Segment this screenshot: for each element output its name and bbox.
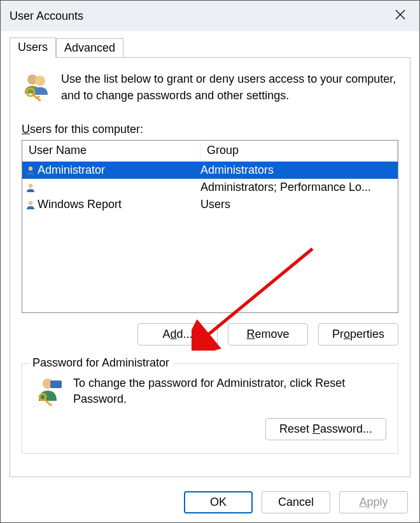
user-icon [25, 165, 36, 176]
users-listview[interactable]: User Name Group Administrator Administra… [22, 140, 398, 313]
user-icon [25, 199, 36, 211]
apply-button[interactable]: Apply [339, 491, 408, 513]
column-header-group[interactable]: Group [200, 141, 398, 161]
list-row[interactable]: Administrators; Performance Lo... [22, 179, 398, 196]
listview-header: User Name Group [22, 141, 398, 162]
ok-button[interactable]: OK [184, 491, 253, 513]
title-bar: User Accounts [1, 1, 419, 31]
svg-point-5 [29, 200, 32, 204]
svg-point-3 [29, 166, 32, 170]
reset-password-button[interactable]: Reset Password... [265, 418, 386, 440]
cell-username: Windows Report [38, 198, 122, 211]
user-accounts-window: User Accounts Users Advanced [0, 0, 420, 523]
cell-group: Users [200, 198, 398, 211]
svg-rect-7 [50, 380, 62, 388]
window-title: User Accounts [10, 10, 83, 23]
svg-point-4 [29, 183, 32, 187]
cell-username: Administrator [38, 164, 105, 177]
close-button[interactable] [381, 1, 419, 31]
users-key-icon [22, 71, 52, 101]
cell-group: Administrators; Performance Lo... [200, 181, 398, 194]
password-groupbox: Password for Administrator To change the… [22, 363, 398, 453]
tab-advanced[interactable]: Advanced [56, 38, 123, 58]
cancel-button[interactable]: Cancel [262, 491, 330, 513]
user-icon [25, 182, 36, 193]
intro-row: Use the list below to grant or deny user… [22, 71, 398, 104]
password-groupbox-legend: Password for Administrator [29, 356, 173, 370]
users-list-label: Users for this computer: [22, 123, 398, 136]
tab-content-users: Use the list below to grant or deny user… [10, 57, 410, 477]
password-help-text: To change the password for Administrator… [73, 375, 386, 407]
list-row[interactable]: Administrator Administrators [22, 162, 398, 179]
tab-area: Users Advanced Use the list b [1, 31, 419, 477]
properties-button[interactable]: Properties [318, 323, 398, 345]
tab-users[interactable]: Users [10, 38, 56, 58]
close-icon [395, 10, 405, 23]
cell-group: Administrators [200, 164, 398, 177]
list-row[interactable]: Windows Report Users [22, 196, 398, 213]
user-key-icon [34, 375, 64, 406]
dialog-button-row: OK Cancel Apply [184, 491, 408, 513]
user-button-row: Add... Remove Properties [22, 323, 398, 345]
remove-button[interactable]: Remove [228, 323, 308, 345]
column-header-username[interactable]: User Name [22, 141, 200, 161]
svg-point-1 [35, 76, 45, 86]
add-button[interactable]: Add... [137, 323, 218, 345]
intro-text: Use the list below to grant or deny user… [61, 71, 398, 104]
tab-strip: Users Advanced [10, 38, 410, 58]
